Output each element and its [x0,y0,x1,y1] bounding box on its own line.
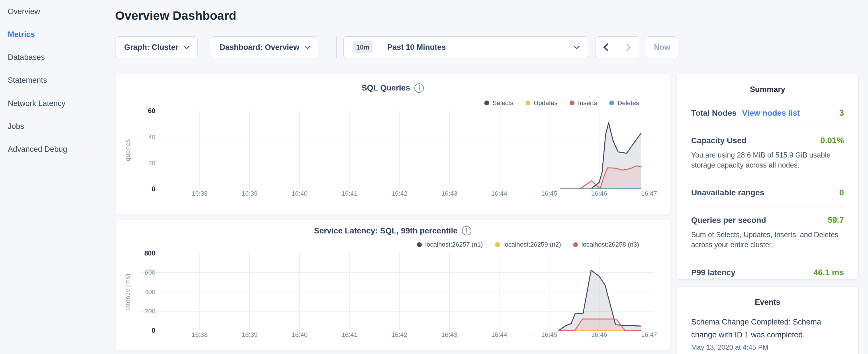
p99-latency-value: 46.1 ms [813,268,844,277]
sidebar-item-databases[interactable]: Databases [0,46,111,69]
page-title: Overview Dashboard [115,9,237,23]
chevron-down-icon [574,43,580,49]
capacity-used-label: Capacity Used [691,136,746,145]
p99-latency-label: P99 latency [691,268,735,277]
svg-text:40: 40 [148,133,155,141]
svg-text:16:47: 16:47 [641,331,657,338]
chevron-right-icon [623,43,631,52]
summary-row-qps: Queries per second 59.7 Sum of Selects, … [691,206,844,259]
svg-text:16:45: 16:45 [541,331,557,338]
time-range-badge: 10m [352,41,373,53]
svg-text:16:41: 16:41 [342,331,358,338]
summary-row-capacity: Capacity Used 0.01% You are using 28.6 M… [691,127,844,179]
event-timestamp: May 13, 2020 at 4:45 PM [691,344,844,351]
svg-text:16:38: 16:38 [192,331,208,338]
dashboard-dropdown[interactable]: Dashboard: Overview [211,36,318,58]
total-nodes-label: Total Nodes [691,108,737,118]
svg-text:16:45: 16:45 [541,190,557,197]
svg-text:16:39: 16:39 [242,190,258,197]
svg-text:16:41: 16:41 [342,190,358,197]
event-item: Schema Change Completed: Schema change w… [691,316,844,351]
svg-text:16:44: 16:44 [491,190,507,197]
svg-text:16:47: 16:47 [641,190,657,197]
capacity-used-description: You are using 28.6 MiB of 515.9 GiB usab… [691,150,844,170]
svg-text:16:40: 16:40 [291,331,308,338]
toolbar-divider [336,36,337,58]
chart-card-sql-queries: SQL Queries i Selects Updates Inserts De… [115,74,671,215]
svg-text:0: 0 [152,327,155,334]
svg-text:16:39: 16:39 [242,331,258,338]
metrics-page: Overview Metrics Databases Statements Ne… [0,0,868,354]
svg-text:16:43: 16:43 [441,331,457,338]
queries-per-second-value: 59.7 [828,215,844,225]
sidebar-item-jobs[interactable]: Jobs [0,115,111,138]
next-range-button[interactable] [617,37,639,58]
summary-title: Summary [691,85,844,94]
svg-text:16:43: 16:43 [441,190,457,197]
svg-text:16:42: 16:42 [392,331,407,338]
svg-text:16:44: 16:44 [491,331,507,338]
dashboard-label: Dashboard: Overview [220,43,300,52]
svg-text:400: 400 [145,288,155,296]
now-button[interactable]: Now [646,36,678,58]
svg-text:0: 0 [152,185,155,192]
chevron-down-icon [184,43,190,49]
sidebar-item-statements[interactable]: Statements [0,69,111,92]
svg-text:200: 200 [145,308,155,315]
events-title: Events [691,298,844,307]
svg-text:queries: queries [124,139,131,161]
svg-text:600: 600 [145,269,155,276]
sidebar-item-overview[interactable]: Overview [0,0,111,23]
summary-row-total-nodes: Total Nodes View nodes list 3 [691,99,844,127]
graph-source-dropdown[interactable]: Graph: Cluster [115,36,198,58]
svg-text:16:40: 16:40 [291,190,308,197]
summary-row-p99-latency: P99 latency 46.1 ms [691,259,844,286]
time-range-dropdown[interactable]: 10m Past 10 Minutes [343,36,588,58]
unavailable-ranges-label: Unavailable ranges [691,188,764,197]
chart-svg-service-latency[interactable]: 16:3816:3916:4016:4116:4216:4316:4416:45… [116,220,670,349]
summary-card: Summary Total Nodes View nodes list 3 Ca… [677,74,859,280]
svg-text:16:46: 16:46 [591,190,607,197]
sidebar-item-advanced-debug[interactable]: Advanced Debug [0,138,111,161]
toolbar: Graph: Cluster Dashboard: Overview 10m P… [115,36,680,58]
queries-per-second-label: Queries per second [691,216,766,225]
chart-card-service-latency: Service Latency: SQL, 99th percentile i … [115,220,671,350]
svg-text:20: 20 [148,160,155,167]
svg-text:60: 60 [148,107,155,115]
svg-text:16:38: 16:38 [192,190,208,197]
total-nodes-value: 3 [839,108,844,118]
chart-svg-sql-queries[interactable]: 16:3816:3916:4016:4116:4216:4316:4416:45… [116,74,670,214]
previous-range-button[interactable] [595,37,617,58]
unavailable-ranges-value: 0 [839,188,844,197]
event-message: Schema Change Completed: Schema change w… [691,316,844,341]
summary-row-unavailable-ranges: Unavailable ranges 0 [691,179,844,206]
sidebar: Overview Metrics Databases Statements Ne… [0,0,111,161]
view-nodes-list-link[interactable]: View nodes list [742,108,800,118]
time-range-pager [595,36,640,58]
svg-text:800: 800 [144,250,155,257]
sidebar-item-metrics[interactable]: Metrics [0,23,111,46]
chevron-down-icon [305,43,311,49]
graph-source-label: Graph: Cluster [124,43,178,52]
capacity-used-value: 0.01% [820,136,844,145]
sidebar-item-network-latency[interactable]: Network Latency [0,92,111,115]
chevron-left-icon [603,43,612,52]
queries-per-second-description: Sum of Selects, Updates, Inserts, and De… [691,230,844,250]
svg-text:16:46: 16:46 [591,331,607,338]
time-range-label: Past 10 Minutes [387,43,445,52]
svg-text:latency (ms): latency (ms) [124,273,131,311]
events-card: Events Schema Change Completed: Schema c… [677,287,859,354]
svg-text:16:42: 16:42 [392,190,407,197]
